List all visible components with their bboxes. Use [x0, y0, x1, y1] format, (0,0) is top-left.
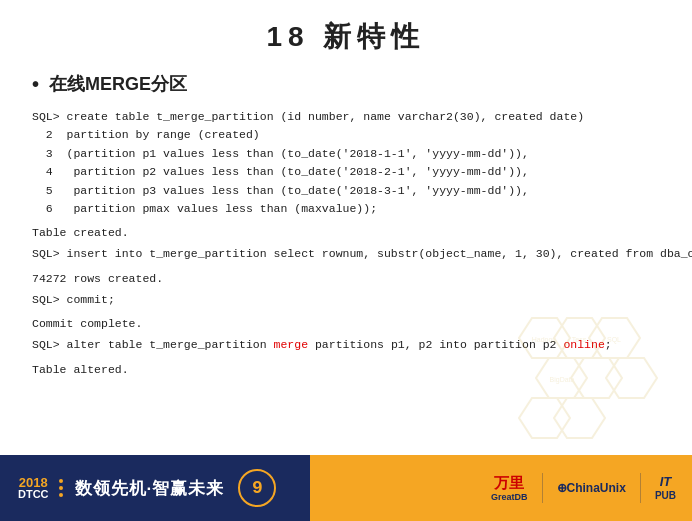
bullet-icon: •: [32, 73, 39, 96]
divider-1: [542, 473, 543, 503]
code-line-commit: SQL> commit;: [32, 291, 660, 309]
main-content: 18 新特性 • 在线MERGE分区 SQL> create table t_m…: [0, 0, 692, 455]
code-block-3: SQL> commit;: [32, 291, 660, 309]
keyword-merge: merge: [274, 338, 309, 351]
keyword-online: online: [563, 338, 604, 351]
section-heading: • 在线MERGE分区: [32, 72, 660, 96]
dtcc-logo: 2018 DTCC: [18, 476, 49, 500]
status-3: Commit complete.: [32, 317, 660, 330]
status-2: 74272 rows created.: [32, 272, 660, 285]
status-4: Table altered.: [32, 363, 660, 376]
status-1: Table created.: [32, 226, 660, 239]
sponsor-itpub-sub: PUB: [655, 490, 676, 502]
sponsor-wanli-sub: GreatDB: [491, 492, 528, 503]
footer: 2018 DTCC 数领先机·智赢未来 9 万里 GreatDB ⊕ChinaU…: [0, 455, 692, 521]
code-block-4: SQL> alter table t_merge_partition merge…: [32, 336, 660, 354]
sponsor-chinaunix: ⊕ChinaUnix: [557, 481, 626, 495]
circle-label: 9: [252, 478, 263, 498]
code-line-1: SQL> create table t_merge_partition (id …: [32, 108, 660, 126]
page-title: 18 新特性: [32, 18, 660, 56]
section-title: 在线MERGE分区: [49, 72, 187, 96]
divider-2: [640, 473, 641, 503]
sponsor-wanli-icon: 万里: [494, 474, 524, 492]
code-line-alter: SQL> alter table t_merge_partition merge…: [32, 336, 660, 354]
footer-slogan: 数领先机·智赢未来: [75, 477, 225, 500]
dtcc-name: DTCC: [18, 489, 49, 500]
dots-decoration: [59, 479, 63, 497]
code-line-5: 5 partition p3 values less than (to_date…: [32, 182, 660, 200]
code-line-4: 4 partition p2 values less than (to_date…: [32, 163, 660, 181]
sponsor-itpub: IT PUB: [655, 474, 676, 502]
footer-right: 万里 GreatDB ⊕ChinaUnix IT PUB: [310, 455, 692, 521]
code-line-2: 2 partition by range (created): [32, 126, 660, 144]
code-line-3: 3 (partition p1 values less than (to_dat…: [32, 145, 660, 163]
footer-left: 2018 DTCC 数领先机·智赢未来 9: [0, 455, 310, 521]
code-line-6: 6 partition pmax values less than (maxva…: [32, 200, 660, 218]
code-line-insert: SQL> insert into t_merge_partition selec…: [32, 245, 660, 263]
code-block-2: SQL> insert into t_merge_partition selec…: [32, 245, 660, 263]
sponsor-wanli: 万里 GreatDB: [491, 474, 528, 503]
sponsor-itpub-label: IT: [660, 474, 672, 490]
footer-circle-icon: 9: [238, 469, 276, 507]
sponsor-chinaunix-label: ⊕ChinaUnix: [557, 481, 626, 495]
code-block-1: SQL> create table t_merge_partition (id …: [32, 108, 660, 218]
